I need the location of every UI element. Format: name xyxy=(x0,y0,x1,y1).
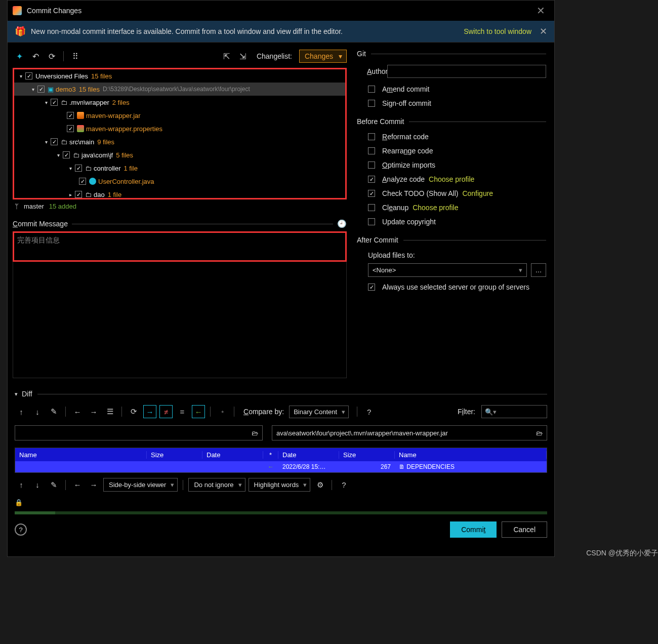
chevron-down-icon[interactable]: ▾ xyxy=(43,139,50,145)
lambda-icon[interactable]: ⋆ xyxy=(216,405,229,418)
undo-icon[interactable]: ↶ xyxy=(29,50,42,63)
checkbox[interactable] xyxy=(67,125,74,132)
reformat-checkbox[interactable] xyxy=(368,133,375,140)
col-size2[interactable]: Size xyxy=(339,451,395,459)
copyright-checkbox[interactable] xyxy=(368,218,375,225)
arrow-down-icon[interactable]: ↓ xyxy=(31,478,44,492)
chevron-down-icon[interactable]: ▾ xyxy=(15,391,18,397)
arrow-up-icon[interactable]: ↑ xyxy=(15,405,28,418)
author-input[interactable] xyxy=(387,65,546,78)
cancel-button[interactable]: Cancel xyxy=(502,521,547,538)
tree-demo3[interactable]: ▾ ▣ demo3 15 files D:\53289\Desktop\seat… xyxy=(14,83,345,96)
col-date[interactable]: Date xyxy=(202,451,263,459)
cleanup-profile-link[interactable]: Choose profile xyxy=(413,204,458,212)
tree-root[interactable]: ▾ Unversioned Files 15 files xyxy=(14,69,345,83)
banner-close-icon[interactable]: ✕ xyxy=(540,26,547,37)
collapse-icon[interactable]: ⇲ xyxy=(236,50,250,63)
tree-usercontroller[interactable]: UserController.java xyxy=(14,175,345,188)
commit-button[interactable]: Commit xyxy=(450,521,497,538)
tree-properties[interactable]: maven-wrapper.properties xyxy=(14,122,345,135)
prev-diff-icon[interactable]: ← xyxy=(192,405,205,418)
list-icon[interactable]: ☰ xyxy=(103,405,116,418)
chevron-down-icon[interactable]: ▾ xyxy=(55,152,62,158)
col-star[interactable]: * xyxy=(263,451,278,459)
chevron-down-icon[interactable]: ▾ xyxy=(29,87,36,92)
right-path-input[interactable]: ava\seatwork\four\project\.mvn\wrapper\m… xyxy=(272,425,547,440)
group-icon[interactable]: ⠿ xyxy=(69,50,82,63)
edit-icon[interactable]: ✎ xyxy=(47,478,60,492)
always-server-checkbox[interactable] xyxy=(368,284,375,291)
edit-icon[interactable]: ✎ xyxy=(47,405,60,418)
arrow-right-icon[interactable]: → xyxy=(87,478,100,492)
files-tree[interactable]: ▾ Unversioned Files 15 files ▾ ▣ demo3 1… xyxy=(13,68,347,199)
checkbox[interactable] xyxy=(67,112,74,119)
analyze-profile-link[interactable]: Choose profile xyxy=(429,175,474,183)
checkbox[interactable] xyxy=(63,151,70,158)
rearrange-checkbox[interactable] xyxy=(368,147,375,154)
expand-icon[interactable]: ⇱ xyxy=(220,50,233,63)
arrow-left-icon[interactable]: ← xyxy=(71,478,84,492)
todo-configure-link[interactable]: Configure xyxy=(462,189,493,197)
checkbox[interactable] xyxy=(51,138,58,145)
history-icon[interactable]: 🕘 xyxy=(337,219,347,228)
chevron-down-icon[interactable]: ▾ xyxy=(43,100,50,105)
table-row[interactable]: ← 2022/6/28 15:… 267 🗎 DEPENDENCIES xyxy=(15,461,547,472)
checkbox[interactable] xyxy=(37,86,45,93)
refresh-icon[interactable]: ✦ xyxy=(13,50,26,63)
banner-switch-link[interactable]: Switch to tool window xyxy=(464,27,531,35)
amend-checkbox[interactable] xyxy=(368,86,375,93)
folder-icon[interactable]: 🗁 xyxy=(536,429,543,437)
checkbox[interactable] xyxy=(79,178,86,185)
tree-controller[interactable]: ▾ 🗀 controller 1 file xyxy=(14,162,345,175)
not-equal-icon[interactable]: ≠ xyxy=(159,405,173,418)
compare-dropdown[interactable]: Binary Content xyxy=(289,406,349,418)
arrow-down-icon[interactable]: ↓ xyxy=(31,405,44,418)
filter-input[interactable]: 🔍▾ xyxy=(481,405,547,418)
tree-mvn[interactable]: ▾ 🗀 .mvn\wrapper 2 files xyxy=(14,96,345,109)
arrow-right-icon[interactable]: → xyxy=(87,405,100,418)
diff-table[interactable]: Name Size Date * Date Size Name ← 2022/6… xyxy=(15,448,547,473)
help-icon[interactable]: ? xyxy=(362,405,376,418)
upload-browse-button[interactable]: … xyxy=(531,263,546,277)
help-icon[interactable]: ? xyxy=(337,478,350,492)
tree-dao[interactable]: ▸ 🗀 dao 1 file xyxy=(14,188,345,199)
sync-icon[interactable]: ⟳ xyxy=(127,405,140,418)
signoff-label: Sign-off commit xyxy=(382,99,431,107)
cleanup-checkbox[interactable] xyxy=(368,204,375,211)
gear-icon[interactable]: ⚙ xyxy=(313,478,326,492)
todo-checkbox[interactable] xyxy=(368,190,375,197)
next-diff-icon[interactable]: → xyxy=(143,405,156,418)
changelist-dropdown[interactable]: Changes xyxy=(299,50,347,63)
help-button[interactable]: ? xyxy=(15,524,27,536)
analyze-checkbox[interactable] xyxy=(368,176,375,183)
checkbox[interactable] xyxy=(25,72,32,79)
arrow-up-icon[interactable]: ↑ xyxy=(15,478,28,492)
chevron-right-icon[interactable]: ▸ xyxy=(67,192,74,197)
col-size[interactable]: Size xyxy=(147,451,202,459)
arrow-left-icon[interactable]: ← xyxy=(71,405,84,418)
col-date2[interactable]: Date xyxy=(278,451,339,459)
commit-message-input[interactable]: 完善项目信息 xyxy=(13,231,347,262)
left-path-input[interactable]: 🗁 xyxy=(15,425,263,440)
checkbox[interactable] xyxy=(75,191,82,198)
signoff-checkbox[interactable] xyxy=(368,100,375,107)
col-name[interactable]: Name xyxy=(15,451,147,459)
folder-icon[interactable]: 🗁 xyxy=(252,429,258,437)
highlight-dropdown[interactable]: Highlight words xyxy=(249,478,311,492)
equal-icon[interactable]: = xyxy=(176,405,189,418)
ignore-dropdown[interactable]: Do not ignore xyxy=(188,478,245,492)
tree-java[interactable]: ▾ 🗀 java\com\jf 5 files xyxy=(14,148,345,162)
checkbox[interactable] xyxy=(51,99,58,106)
chevron-down-icon[interactable]: ▾ xyxy=(17,73,24,79)
optimize-checkbox[interactable] xyxy=(368,162,375,169)
reload-icon[interactable]: ⟳ xyxy=(45,50,58,63)
tree-jar[interactable]: maven-wrapper.jar xyxy=(14,109,345,122)
viewer-dropdown[interactable]: Side-by-side viewer xyxy=(103,478,178,492)
tree-src[interactable]: ▾ 🗀 src\main 9 files xyxy=(14,135,345,148)
chevron-down-icon[interactable]: ▾ xyxy=(67,166,74,171)
col-name2[interactable]: Name xyxy=(395,451,547,459)
close-icon[interactable]: ✕ xyxy=(532,5,549,17)
checkbox[interactable] xyxy=(75,165,82,172)
upload-dropdown[interactable]: <None> xyxy=(368,263,527,277)
commit-message-area[interactable] xyxy=(13,262,347,378)
